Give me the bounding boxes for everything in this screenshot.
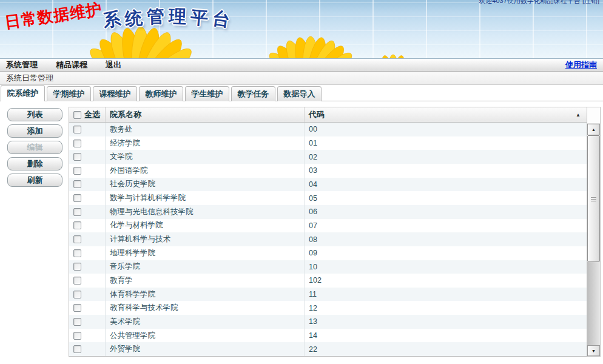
menu-bar: 系统管理 精品课程 退出 使用指南 bbox=[0, 58, 603, 72]
action-button-5[interactable]: 刷新 bbox=[7, 174, 62, 187]
menu-item-exit[interactable]: 退出 bbox=[106, 59, 121, 70]
table-header-row: 全选 院系名称 代码 ▲ bbox=[69, 107, 587, 123]
select-all-cell: 全选 bbox=[69, 109, 105, 120]
scrollbar-header-stub bbox=[587, 107, 600, 124]
table-row[interactable]: 外贸学院 22 bbox=[69, 342, 587, 356]
table-row[interactable]: 教育学 102 bbox=[69, 274, 587, 288]
row-checkbox[interactable] bbox=[73, 318, 81, 326]
vertical-scrollbar[interactable]: ▲ ▼ bbox=[587, 107, 600, 356]
table-row[interactable]: 数学与计算机科学学院 05 bbox=[69, 191, 587, 205]
row-checkbox[interactable] bbox=[73, 194, 81, 202]
row-checkbox[interactable] bbox=[73, 180, 81, 188]
page-title: 系统管理平台 bbox=[103, 5, 234, 29]
main-content: 列表添加编辑删除刷新 全选 院系名称 代码 ▲ 教务处 00 经 bbox=[0, 101, 603, 357]
cell-department-name: 经济学院 bbox=[105, 136, 304, 150]
cell-department-code: 12 bbox=[304, 301, 587, 315]
cell-department-code: 102 bbox=[304, 274, 587, 288]
table-row[interactable]: 公共管理学院 14 bbox=[69, 329, 587, 343]
scroll-down-button[interactable]: ▼ bbox=[587, 345, 600, 356]
tab-bar: 院系维护学期维护课程维护教师维护学生维护教学任务数据导入 bbox=[0, 85, 603, 101]
table-row[interactable]: 经济学院 01 bbox=[69, 136, 587, 150]
cell-department-name: 教育学 bbox=[105, 274, 304, 288]
action-button-2[interactable]: 添加 bbox=[7, 124, 62, 138]
table-row[interactable]: 体育科学学院 11 bbox=[69, 288, 587, 302]
user-guide-link[interactable]: 使用指南 bbox=[565, 59, 597, 70]
select-all-checkbox[interactable] bbox=[73, 111, 81, 119]
header-banner: 系统管理平台 日常数据维护 欢迎4037使用数字化精品课程平台 [注销] bbox=[0, 0, 603, 58]
row-checkbox[interactable] bbox=[73, 153, 81, 161]
tab-2[interactable]: 学期维护 bbox=[47, 86, 91, 101]
row-checkbox[interactable] bbox=[73, 249, 81, 257]
cell-department-name: 体育科学学院 bbox=[105, 288, 304, 302]
cell-department-code: 05 bbox=[304, 191, 587, 205]
row-checkbox[interactable] bbox=[73, 126, 81, 133]
cell-department-code: 01 bbox=[304, 136, 587, 150]
cell-department-name: 美术学院 bbox=[105, 315, 304, 329]
cell-department-code: 22 bbox=[304, 342, 587, 356]
welcome-text[interactable]: 欢迎4037使用数字化精品课程平台 [注销] bbox=[479, 0, 599, 5]
cell-department-name: 外贸学院 bbox=[105, 342, 304, 356]
cell-department-name: 公共管理学院 bbox=[105, 329, 304, 343]
tab-1[interactable]: 院系维护 bbox=[1, 85, 45, 101]
cell-department-code: 07 bbox=[304, 219, 587, 233]
table-row[interactable]: 音乐学院 10 bbox=[69, 260, 587, 274]
row-checkbox[interactable] bbox=[73, 140, 81, 147]
cell-department-code: 09 bbox=[304, 246, 587, 260]
tab-6[interactable]: 教学任务 bbox=[231, 86, 275, 101]
cell-department-name: 文学院 bbox=[105, 150, 304, 164]
table-row[interactable]: 地理科学学院 09 bbox=[69, 246, 587, 260]
column-header-code-label: 代码 bbox=[309, 109, 325, 120]
tab-7[interactable]: 数据导入 bbox=[277, 86, 322, 101]
menu-item-courses[interactable]: 精品课程 bbox=[56, 59, 87, 70]
table-row[interactable]: 文学院 02 bbox=[69, 150, 587, 164]
scrollbar-thumb[interactable] bbox=[587, 135, 600, 262]
select-all-label[interactable]: 全选 bbox=[84, 109, 100, 120]
cell-department-code: 11 bbox=[304, 288, 587, 302]
row-checkbox[interactable] bbox=[73, 221, 81, 229]
app-window: 系统管理平台 日常数据维护 欢迎4037使用数字化精品课程平台 [注销] 系统管… bbox=[0, 0, 603, 364]
table-row[interactable]: 外国语学院 03 bbox=[69, 164, 587, 178]
row-checkbox[interactable] bbox=[73, 167, 81, 175]
menu-item-system[interactable]: 系统管理 bbox=[6, 59, 38, 70]
action-button-1[interactable]: 列表 bbox=[7, 108, 62, 121]
cell-department-code: 08 bbox=[304, 232, 587, 246]
row-checkbox[interactable] bbox=[73, 304, 81, 312]
table-row[interactable]: 物理与光电信息科技学院 06 bbox=[69, 205, 587, 219]
cell-department-name: 教育科学与技术学院 bbox=[105, 301, 304, 315]
table-row[interactable]: 化学与材料学院 07 bbox=[69, 219, 587, 233]
row-checkbox[interactable] bbox=[73, 208, 81, 216]
scroll-up-button[interactable]: ▲ bbox=[587, 124, 600, 135]
breadcrumb: 系统日常管理 bbox=[0, 72, 603, 85]
tab-4[interactable]: 教师维护 bbox=[139, 86, 183, 101]
scrollbar-grip-icon bbox=[591, 197, 596, 201]
row-checkbox[interactable] bbox=[73, 277, 81, 285]
cell-department-code: 03 bbox=[304, 164, 587, 178]
cell-department-code: 02 bbox=[304, 150, 587, 164]
column-header-name[interactable]: 院系名称 bbox=[105, 107, 304, 122]
cell-department-name: 社会历史学院 bbox=[105, 178, 304, 192]
action-button-4[interactable]: 删除 bbox=[7, 157, 62, 170]
table-row[interactable]: 计算机科学与技术 08 bbox=[69, 232, 587, 246]
table-main: 全选 院系名称 代码 ▲ 教务处 00 经济学院 01 文学院 02 外国语学院… bbox=[69, 107, 587, 356]
table-row[interactable]: 美术学院 13 bbox=[69, 315, 587, 329]
tab-3[interactable]: 课程维护 bbox=[93, 86, 137, 101]
cell-department-code: 06 bbox=[304, 205, 587, 219]
table-body: 教务处 00 经济学院 01 文学院 02 外国语学院 03 社会历史学院 04… bbox=[69, 123, 587, 356]
column-header-code[interactable]: 代码 ▲ bbox=[304, 107, 587, 122]
row-checkbox[interactable] bbox=[73, 291, 81, 298]
table-row[interactable]: 社会历史学院 04 bbox=[69, 178, 587, 192]
table-row[interactable]: 教务处 00 bbox=[69, 123, 587, 136]
row-checkbox[interactable] bbox=[73, 332, 81, 340]
cell-department-name: 数学与计算机科学学院 bbox=[105, 191, 304, 205]
scrollbar-track[interactable] bbox=[587, 262, 600, 345]
cell-department-name: 地理科学学院 bbox=[105, 246, 304, 260]
table-row[interactable]: 教育科学与技术学院 12 bbox=[69, 301, 587, 315]
action-button-3: 编辑 bbox=[7, 141, 62, 154]
row-checkbox[interactable] bbox=[73, 263, 81, 271]
row-checkbox[interactable] bbox=[73, 235, 81, 243]
cell-department-code: 10 bbox=[304, 260, 587, 274]
cell-department-name: 外国语学院 bbox=[105, 164, 304, 178]
tab-5[interactable]: 学生维护 bbox=[185, 86, 229, 101]
sort-asc-icon[interactable]: ▲ bbox=[576, 112, 581, 118]
row-checkbox[interactable] bbox=[73, 345, 81, 353]
